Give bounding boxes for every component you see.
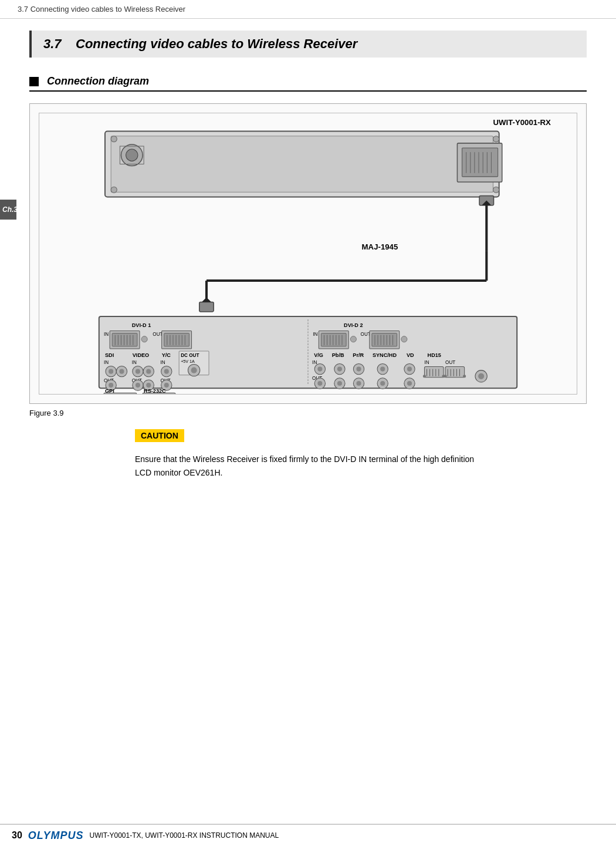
svg-text:DVI-D 2: DVI-D 2 [344,322,363,328]
svg-point-137 [317,367,322,372]
svg-text:IN: IN [313,332,317,337]
svg-point-50 [109,369,113,374]
svg-text:OUT: OUT [153,332,163,337]
svg-point-146 [356,367,361,372]
figure-caption-text: Figure 3.9 [29,409,64,417]
svg-point-78 [191,368,197,373]
svg-text:IN: IN [161,360,165,365]
svg-point-55 [109,383,113,387]
svg-text:VIDEO: VIDEO [133,352,149,358]
svg-rect-23 [199,302,214,312]
diagram-box: UWIT-Y0001-RX [29,103,587,404]
caution-text-block: Ensure that the Wireless Receiver is fix… [135,453,587,479]
figure-caption: Figure 3.9 [29,409,587,417]
svg-text:IN: IN [312,360,317,365]
chapter-label: Ch.3 [2,205,18,214]
rx-label: UWIT-Y0001-RX [493,118,551,127]
svg-rect-80 [104,393,137,395]
subsection-heading: Connection diagram [29,75,587,87]
svg-point-73 [164,383,169,387]
svg-point-150 [380,367,385,372]
svg-text:DVI-D 1: DVI-D 1 [132,322,151,328]
svg-point-61 [146,369,151,374]
olympus-logo: OLYMPUS [28,830,84,842]
svg-text:IN: IN [132,360,137,365]
section-heading: 3.7 Connecting video cables to Wireless … [29,31,587,58]
svg-rect-39 [164,333,189,346]
svg-text:IN: IN [104,360,109,365]
svg-point-66 [146,383,151,387]
connection-diagram-svg: UWIT-Y0001-RX [39,113,577,395]
footer-bar: 30 OLYMPUS UWIT-Y0001-TX, UWIT-Y0001-RX … [0,824,616,846]
svg-point-156 [407,381,412,386]
svg-point-70 [164,369,169,374]
svg-point-154 [407,367,412,372]
svg-point-177 [478,373,484,379]
breadcrumb: 3.7 Connecting video cables to Wireless … [0,0,616,19]
black-square-icon [29,77,39,86]
svg-marker-178 [202,297,211,302]
caution-label-box: CAUTION [135,429,184,442]
caution-text: Ensure that the Wireless Receiver is fix… [135,453,487,479]
svg-rect-168 [445,367,465,378]
svg-rect-121 [372,333,397,346]
svg-point-6 [111,187,117,193]
svg-point-3 [126,149,138,161]
svg-point-166 [423,375,426,378]
svg-point-174 [444,375,447,378]
svg-rect-28 [112,333,137,346]
svg-rect-94 [143,393,175,395]
maj-label: MAJ-1945 [362,242,398,251]
page-number: 30 [12,830,22,841]
caution-label: CAUTION [141,431,178,440]
svg-point-59 [136,369,140,374]
svg-text:Pb/B: Pb/B [332,352,344,358]
svg-rect-110 [321,333,346,346]
svg-point-52 [119,369,124,374]
svg-text:IN: IN [104,332,109,337]
manual-title: UWIT-Y0001-TX, UWIT-Y0001-RX INSTRUCTION… [89,831,279,840]
main-content: 3.7 Connecting video cables to Wireless … [0,19,616,491]
svg-point-144 [337,381,342,386]
svg-point-152 [380,381,385,386]
subsection-divider [29,90,587,92]
svg-point-5 [111,136,117,142]
svg-point-175 [463,375,466,378]
svg-rect-10 [462,148,498,177]
svg-text:Y/C: Y/C [162,352,171,358]
svg-text:SDI: SDI [105,352,114,358]
svg-text:+5V 1A: +5V 1A [181,359,195,364]
breadcrumb-text: 3.7 Connecting video cables to Wireless … [18,5,185,14]
svg-text:OUT: OUT [361,332,371,337]
svg-point-36 [141,336,147,342]
svg-text:V/G: V/G [314,352,323,358]
subsection-block: Connection diagram [29,75,587,92]
caution-section: CAUTION Ensure that the Wireless Receive… [135,429,587,479]
svg-point-148 [356,381,361,386]
svg-text:OUT: OUT [445,360,455,365]
chapter-tab: Ch.3 [0,200,16,220]
svg-point-8 [493,187,499,193]
svg-text:IN: IN [424,360,429,365]
svg-point-118 [350,336,356,342]
svg-point-140 [317,381,322,386]
svg-text:Pr/R: Pr/R [353,352,364,358]
svg-point-64 [136,383,140,387]
section-number: 3.7 [43,36,62,51]
section-title: Connecting video cables to Wireless Rece… [76,36,357,51]
svg-point-129 [401,336,407,342]
subsection-title: Connection diagram [47,75,149,87]
svg-rect-1 [111,136,493,193]
svg-text:SYNC/HD: SYNC/HD [373,352,397,358]
svg-point-7 [493,136,499,142]
svg-point-142 [337,367,342,372]
svg-text:HD15: HD15 [428,352,441,358]
svg-text:DC OUT: DC OUT [181,353,199,358]
svg-text:VD: VD [407,352,414,358]
svg-rect-160 [424,367,444,378]
